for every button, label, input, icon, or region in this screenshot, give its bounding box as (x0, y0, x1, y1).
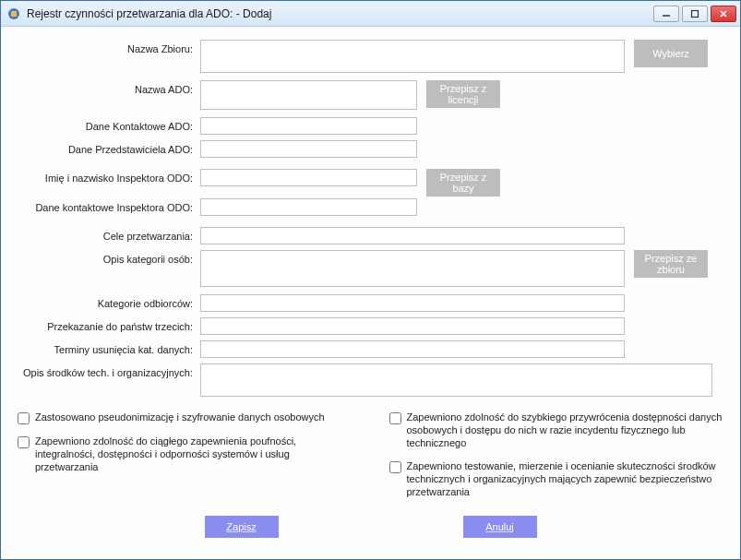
checkbox-testowanie-label: Zapewniono testowanie, mierzenie i oceni… (407, 460, 724, 498)
window-title: Rejestr czynności przetwarzania dla ADO:… (27, 7, 653, 20)
przepisz-zbioru-button[interactable]: Przepisz ze zbioru (634, 250, 708, 278)
anuluj-button[interactable]: Anuluj (463, 516, 537, 538)
anuluj-label: Anuluj (485, 521, 514, 532)
label-cele-przetwarzania: Cele przetwarzania: (18, 227, 200, 242)
cele-przetwarzania-input[interactable] (200, 227, 625, 244)
przepisz-licencji-button[interactable]: Przepisz z licencji (426, 80, 500, 108)
dane-przedstawiciela-ado-input[interactable] (200, 140, 417, 158)
checkbox-pseudonimizacja-label: Zastosowano pseudonimizację i szyfrowani… (35, 411, 325, 424)
app-window: Rejestr czynności przetwarzania dla ADO:… (0, 0, 741, 560)
app-icon (6, 6, 21, 21)
label-dane-inspektora: Dane kontaktowe Inspektora ODO: (18, 198, 200, 213)
label-dane-przedstawiciela-ado: Dane Przedstawiciela ADO: (18, 140, 200, 155)
close-button[interactable] (711, 6, 736, 22)
label-dane-kontaktowe-ado: Dane Kontaktowe ADO: (18, 117, 200, 132)
dane-inspektora-input[interactable] (200, 198, 417, 216)
titlebar: Rejestr czynności przetwarzania dla ADO:… (1, 1, 740, 27)
terminy-usuniecia-input[interactable] (200, 340, 625, 358)
przepisz-bazy-button[interactable]: Przepisz z bazy (426, 169, 500, 197)
svg-rect-3 (692, 10, 699, 17)
client-area: Nazwa Zbioru: Wybierz Nazwa ADO: Przepis… (1, 27, 740, 559)
minimize-button[interactable] (653, 6, 679, 22)
checkbox-przywrocenie-label: Zapewniono zdolność do szybkiego przywró… (407, 411, 724, 449)
imie-inspektora-input[interactable] (200, 169, 417, 186)
label-imie-inspektora: Imię i nazwisko Inspektora ODO: (18, 169, 200, 184)
kategorie-odbiorcow-input[interactable] (200, 294, 625, 312)
nazwa-zbioru-input[interactable] (200, 40, 625, 73)
checkbox-poufnosc-label: Zapewniono zdolność do ciągłego zapewnie… (35, 435, 353, 473)
label-opis-kategorii-osob: Opis kategorii osób: (18, 250, 200, 265)
zapisz-label: Zapisz (226, 521, 256, 532)
wybierz-button[interactable]: Wybierz (634, 40, 708, 67)
label-terminy-usuniecia: Terminy usunięcia kat. danych: (18, 340, 200, 355)
dane-kontaktowe-ado-input[interactable] (200, 117, 417, 135)
maximize-button[interactable] (682, 6, 708, 22)
label-kategorie-odbiorcow: Kategorie odbiorców: (18, 294, 200, 309)
label-opis-srodkow: Opis środków tech. i organizacyjnych: (18, 363, 200, 378)
opis-srodkow-input[interactable] (200, 363, 712, 397)
nazwa-ado-input[interactable] (200, 80, 417, 110)
window-controls (653, 6, 736, 22)
przekazanie-panstw-input[interactable] (200, 317, 625, 335)
zapisz-button[interactable]: Zapisz (205, 516, 279, 538)
label-przekazanie-panstw: Przekazanie do państw trzecich: (18, 317, 200, 332)
label-nazwa-zbioru: Nazwa Zbioru: (18, 40, 200, 54)
checkbox-poufnosc[interactable] (18, 436, 30, 448)
svg-rect-1 (11, 11, 17, 17)
checkbox-przywrocenie[interactable] (389, 412, 401, 424)
checkbox-section: Zastosowano pseudonimizację i szyfrowani… (18, 411, 723, 510)
checkbox-testowanie[interactable] (389, 461, 401, 473)
label-nazwa-ado: Nazwa ADO: (18, 80, 200, 95)
opis-kategorii-osob-input[interactable] (200, 250, 625, 287)
dialog-buttons: Zapisz Anuluj (18, 516, 723, 538)
checkbox-pseudonimizacja[interactable] (18, 412, 30, 424)
